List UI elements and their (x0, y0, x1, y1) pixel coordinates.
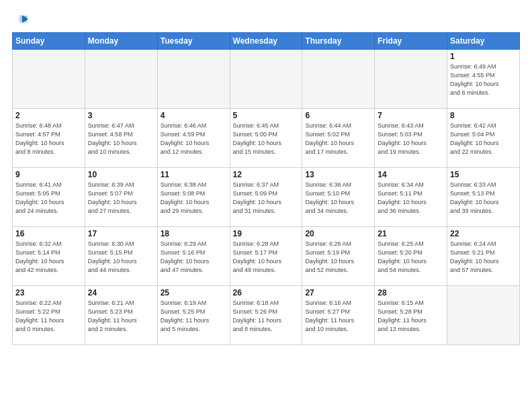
day-info: Sunrise: 6:19 AM Sunset: 5:25 PM Dayligh… (161, 299, 227, 334)
day-info: Sunrise: 6:26 AM Sunset: 5:19 PM Dayligh… (305, 240, 371, 275)
day-number: 24 (88, 288, 154, 298)
weekday-header-monday: Monday (85, 33, 157, 50)
day-cell: 16Sunrise: 6:32 AM Sunset: 5:14 PM Dayli… (13, 227, 85, 286)
weekday-header-thursday: Thursday (302, 33, 375, 50)
day-cell: 21Sunrise: 6:25 AM Sunset: 5:20 PM Dayli… (375, 227, 447, 286)
day-cell: 15Sunrise: 6:33 AM Sunset: 5:13 PM Dayli… (447, 168, 520, 227)
day-cell: 22Sunrise: 6:24 AM Sunset: 5:21 PM Dayli… (447, 227, 520, 286)
day-number: 22 (450, 229, 517, 238)
week-row-4: 23Sunrise: 6:22 AM Sunset: 5:22 PM Dayli… (13, 286, 520, 345)
day-number: 27 (305, 288, 371, 298)
day-info: Sunrise: 6:15 AM Sunset: 5:28 PM Dayligh… (378, 299, 444, 334)
day-cell (375, 50, 447, 109)
day-number: 23 (15, 288, 82, 298)
day-info: Sunrise: 6:36 AM Sunset: 5:10 PM Dayligh… (305, 181, 371, 216)
day-cell: 17Sunrise: 6:30 AM Sunset: 5:15 PM Dayli… (85, 227, 157, 286)
day-number: 1 (450, 52, 517, 61)
weekday-header-row: SundayMondayTuesdayWednesdayThursdayFrid… (13, 33, 520, 50)
day-cell: 23Sunrise: 6:22 AM Sunset: 5:22 PM Dayli… (13, 286, 85, 345)
weekday-header-wednesday: Wednesday (230, 33, 302, 50)
day-info: Sunrise: 6:49 AM Sunset: 4:55 PM Dayligh… (450, 62, 517, 97)
day-info: Sunrise: 6:22 AM Sunset: 5:22 PM Dayligh… (15, 299, 82, 334)
day-cell (13, 50, 85, 109)
day-info: Sunrise: 6:29 AM Sunset: 5:16 PM Dayligh… (161, 240, 227, 275)
day-info: Sunrise: 6:16 AM Sunset: 5:27 PM Dayligh… (305, 299, 371, 334)
page: SundayMondayTuesdayWednesdayThursdayFrid… (0, 0, 532, 411)
day-number: 15 (450, 170, 517, 179)
day-info: Sunrise: 6:24 AM Sunset: 5:21 PM Dayligh… (450, 240, 517, 275)
day-number: 7 (378, 111, 444, 120)
day-cell: 7Sunrise: 6:43 AM Sunset: 5:03 PM Daylig… (375, 109, 447, 168)
day-number: 20 (305, 229, 371, 238)
day-cell: 24Sunrise: 6:21 AM Sunset: 5:23 PM Dayli… (85, 286, 157, 345)
day-cell: 28Sunrise: 6:15 AM Sunset: 5:28 PM Dayli… (375, 286, 447, 345)
header (12, 12, 520, 27)
day-cell: 11Sunrise: 6:38 AM Sunset: 5:08 PM Dayli… (157, 168, 230, 227)
weekday-header-tuesday: Tuesday (157, 33, 230, 50)
day-cell: 13Sunrise: 6:36 AM Sunset: 5:10 PM Dayli… (302, 168, 375, 227)
day-cell: 2Sunrise: 6:48 AM Sunset: 4:57 PM Daylig… (13, 109, 85, 168)
day-cell: 27Sunrise: 6:16 AM Sunset: 5:27 PM Dayli… (302, 286, 375, 345)
week-row-1: 2Sunrise: 6:48 AM Sunset: 4:57 PM Daylig… (13, 109, 520, 168)
day-info: Sunrise: 6:38 AM Sunset: 5:08 PM Dayligh… (161, 181, 227, 216)
weekday-header-sunday: Sunday (13, 33, 85, 50)
day-number: 25 (161, 288, 227, 298)
week-row-3: 16Sunrise: 6:32 AM Sunset: 5:14 PM Dayli… (13, 227, 520, 286)
day-number: 8 (450, 111, 517, 120)
day-info: Sunrise: 6:37 AM Sunset: 5:09 PM Dayligh… (233, 181, 300, 216)
day-number: 6 (305, 111, 371, 120)
day-cell: 3Sunrise: 6:47 AM Sunset: 4:58 PM Daylig… (85, 109, 157, 168)
day-info: Sunrise: 6:44 AM Sunset: 5:02 PM Dayligh… (305, 122, 371, 156)
week-row-2: 9Sunrise: 6:41 AM Sunset: 5:05 PM Daylig… (13, 168, 520, 227)
day-number: 9 (15, 170, 82, 179)
day-info: Sunrise: 6:47 AM Sunset: 4:58 PM Dayligh… (88, 122, 154, 156)
day-cell: 25Sunrise: 6:19 AM Sunset: 5:25 PM Dayli… (157, 286, 230, 345)
day-cell (157, 50, 230, 109)
logo-icon (13, 12, 28, 27)
day-cell (230, 50, 302, 109)
day-number: 13 (305, 170, 371, 179)
day-cell: 9Sunrise: 6:41 AM Sunset: 5:05 PM Daylig… (13, 168, 85, 227)
day-number: 11 (161, 170, 227, 179)
day-number: 28 (378, 288, 444, 298)
day-cell (85, 50, 157, 109)
day-info: Sunrise: 6:43 AM Sunset: 5:03 PM Dayligh… (378, 122, 444, 156)
day-info: Sunrise: 6:18 AM Sunset: 5:26 PM Dayligh… (233, 299, 300, 334)
day-info: Sunrise: 6:25 AM Sunset: 5:20 PM Dayligh… (378, 240, 444, 275)
day-info: Sunrise: 6:21 AM Sunset: 5:23 PM Dayligh… (88, 299, 154, 334)
day-cell: 14Sunrise: 6:34 AM Sunset: 5:11 PM Dayli… (375, 168, 447, 227)
day-info: Sunrise: 6:46 AM Sunset: 4:59 PM Dayligh… (161, 122, 227, 156)
weekday-header-saturday: Saturday (447, 33, 520, 50)
day-info: Sunrise: 6:45 AM Sunset: 5:00 PM Dayligh… (233, 122, 300, 156)
day-cell: 12Sunrise: 6:37 AM Sunset: 5:09 PM Dayli… (230, 168, 302, 227)
day-cell: 8Sunrise: 6:42 AM Sunset: 5:04 PM Daylig… (447, 109, 520, 168)
day-info: Sunrise: 6:39 AM Sunset: 5:07 PM Dayligh… (88, 181, 154, 216)
day-info: Sunrise: 6:33 AM Sunset: 5:13 PM Dayligh… (450, 181, 517, 216)
day-number: 10 (88, 170, 154, 179)
day-info: Sunrise: 6:48 AM Sunset: 4:57 PM Dayligh… (15, 122, 82, 156)
day-cell: 1Sunrise: 6:49 AM Sunset: 4:55 PM Daylig… (447, 50, 520, 109)
week-row-0: 1Sunrise: 6:49 AM Sunset: 4:55 PM Daylig… (13, 50, 520, 109)
day-number: 21 (378, 229, 444, 238)
calendar: SundayMondayTuesdayWednesdayThursdayFrid… (12, 32, 520, 345)
day-number: 2 (15, 111, 82, 120)
day-cell: 10Sunrise: 6:39 AM Sunset: 5:07 PM Dayli… (85, 168, 157, 227)
day-info: Sunrise: 6:30 AM Sunset: 5:15 PM Dayligh… (88, 240, 154, 275)
day-number: 19 (233, 229, 300, 238)
day-cell (447, 286, 520, 345)
day-number: 3 (88, 111, 154, 120)
day-cell: 26Sunrise: 6:18 AM Sunset: 5:26 PM Dayli… (230, 286, 302, 345)
day-number: 14 (378, 170, 444, 179)
day-info: Sunrise: 6:28 AM Sunset: 5:17 PM Dayligh… (233, 240, 300, 275)
day-cell: 20Sunrise: 6:26 AM Sunset: 5:19 PM Dayli… (302, 227, 375, 286)
day-info: Sunrise: 6:42 AM Sunset: 5:04 PM Dayligh… (450, 122, 517, 156)
day-info: Sunrise: 6:34 AM Sunset: 5:11 PM Dayligh… (378, 181, 444, 216)
day-number: 12 (233, 170, 300, 179)
day-number: 5 (233, 111, 300, 120)
day-number: 16 (15, 229, 82, 238)
logo (12, 12, 28, 27)
day-number: 26 (233, 288, 300, 298)
day-info: Sunrise: 6:41 AM Sunset: 5:05 PM Dayligh… (15, 181, 82, 216)
day-cell: 19Sunrise: 6:28 AM Sunset: 5:17 PM Dayli… (230, 227, 302, 286)
day-number: 17 (88, 229, 154, 238)
